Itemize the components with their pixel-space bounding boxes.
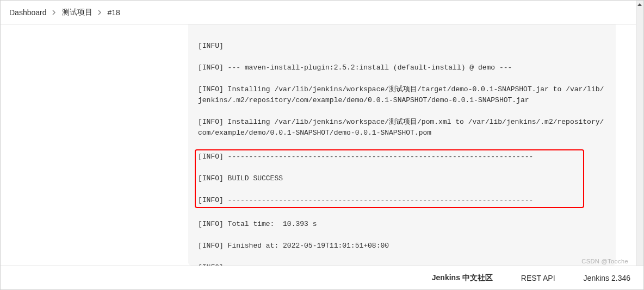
breadcrumb-project[interactable]: 测试项目 (62, 8, 92, 17)
footer-community-link[interactable]: Jenkins 中文社区 (432, 273, 493, 283)
footer-rest-api-link[interactable]: REST API (521, 274, 555, 282)
console-line: [INFO] Finished at: 2022-05-19T11:01:51+… (198, 241, 606, 251)
console-line: [INFO] ---------------------------------… (198, 152, 581, 162)
breadcrumb-build-number[interactable]: #18 (108, 8, 120, 17)
vertical-scrollbar[interactable] (636, 1, 643, 289)
main-content: [INFU] [INFO] --- maven-install-plugin:2… (1, 24, 643, 266)
scroll-up-arrow-icon[interactable] (636, 1, 643, 8)
console-line: [INFU] (198, 41, 606, 52)
footer-version-link[interactable]: Jenkins 2.346 (584, 274, 630, 282)
footer-bar: Jenkins 中文社区 REST API Jenkins 2.346 (1, 266, 643, 289)
watermark-text: CSDN @Tooche (581, 258, 628, 264)
console-line: [INFO] Installing /var/lib/jenkins/works… (198, 117, 606, 138)
breadcrumb-dashboard[interactable]: Dashboard (9, 8, 47, 17)
console-line: [INFO] BUILD SUCCESS (198, 173, 581, 184)
console-line: [INFO] ---------------------------------… (198, 195, 581, 206)
console-line: [INFO] Installing /var/lib/jenkins/works… (198, 84, 606, 106)
console-line: [INFO] --- maven-install-plugin:2.5.2:in… (198, 62, 606, 73)
console-output: [INFU] [INFO] --- maven-install-plugin:2… (188, 24, 616, 266)
chevron-right-icon (52, 10, 57, 15)
chevron-right-icon (98, 10, 102, 15)
build-success-highlight: [INFO] ---------------------------------… (195, 149, 584, 208)
console-line: [INFO] Total time: 10.393 s (198, 219, 606, 230)
breadcrumb-bar: Dashboard 测试项目 #18 (1, 1, 643, 24)
